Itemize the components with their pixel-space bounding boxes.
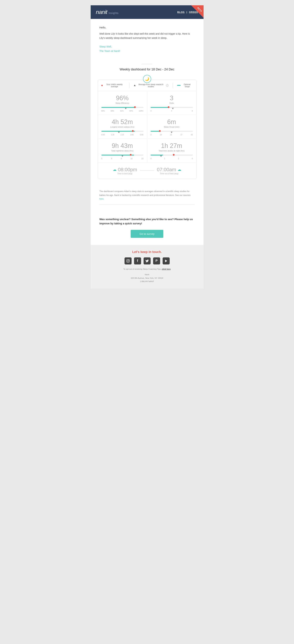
footer-address: Nanit 620 8th Avenue, New York, NY 10018…	[94, 273, 200, 283]
info-divider	[99, 204, 195, 205]
slider-container	[151, 131, 193, 132]
slider-scale-label: 4	[171, 110, 172, 112]
moon-icon: 🌙	[145, 77, 149, 81]
slider-container	[101, 155, 143, 156]
slider-dot-icon	[134, 106, 136, 108]
slider-labels: 010212743	[151, 134, 193, 136]
legend-weekly-label: Your child's weekly average	[104, 83, 125, 88]
metric-label: Longest stretch asleep (hrs)	[101, 126, 143, 128]
slider-track	[101, 131, 143, 132]
slider-scale-label: 94%	[129, 110, 133, 112]
slider-scale-label: 3:00	[130, 134, 133, 136]
slider-scale-label: 2:15	[121, 134, 124, 136]
slider-triangle-icon	[171, 132, 173, 133]
legend-dot-icon	[101, 85, 103, 86]
youtube-icon[interactable]	[163, 258, 170, 264]
survey-btn-wrapper: Go to survey	[99, 230, 195, 238]
slider-triangle-icon	[118, 132, 120, 133]
slider-scale-label: 91%	[120, 110, 124, 112]
order-link[interactable]: ORDER	[189, 11, 198, 14]
wake-icon: ☁	[177, 167, 181, 172]
svg-marker-3	[165, 260, 167, 262]
opt-out-link[interactable]: click here	[162, 268, 171, 270]
slider-triangle-icon	[172, 108, 174, 109]
footer: Let's keep in touch. f P To opt out of r…	[91, 245, 204, 289]
sign-off-line1: Sleep Well,	[99, 44, 195, 49]
legend-line-icon	[177, 85, 181, 86]
intro-text: Well done Lily! It looks like she slept …	[99, 32, 195, 40]
header-left: nanit Insights	[96, 9, 119, 15]
metric-cell: 96%Sleep Efficiency80%88%91%94%100%	[98, 91, 147, 115]
slider-scale-label: 4	[192, 158, 193, 160]
metric-cell: 9h 43mTotal nighttime sleep (hrs)5891013	[98, 139, 147, 162]
slider-scale-label: 8	[111, 158, 112, 160]
metric-label: Sleep Onset (min)	[151, 126, 193, 128]
svg-point-1	[127, 260, 129, 262]
twitter-icon[interactable]	[144, 258, 151, 264]
greeting: Hello,	[99, 26, 195, 29]
moon-circle: 🌙	[143, 75, 151, 83]
logo: nanit	[96, 9, 107, 15]
pinterest-icon[interactable]: P	[153, 258, 160, 264]
metric-cell: 3Visits049	[147, 91, 196, 115]
metric-value: 3	[151, 95, 193, 101]
slider-triangle-icon	[125, 108, 127, 109]
moon-wrapper: 🌙	[98, 75, 197, 83]
slider-triangle-icon	[160, 156, 162, 157]
wake-time: 07:00am	[157, 167, 176, 172]
metric-label: Sleep Efficiency	[101, 102, 143, 104]
slider-dot-icon	[173, 154, 175, 156]
info-text: The dashboard compares Adam's sleep stat…	[99, 190, 195, 201]
metric-label: Total time awake at night (hrs)	[151, 150, 193, 152]
wake-time-group: 07:00am ☁ Time out of bed (avg)	[157, 167, 182, 174]
legend-research: Average from sleep research studies ?	[134, 83, 168, 88]
bed-icon: ☁	[113, 167, 117, 172]
slider-labels: 049	[151, 110, 193, 112]
slider-scale-label: 43	[191, 134, 193, 136]
slider-scale-label: 1:25	[111, 134, 114, 136]
slider-scale-label: 10	[160, 134, 162, 136]
instagram-icon[interactable]	[124, 258, 132, 264]
metric-value: 6m	[151, 119, 193, 125]
slider-track	[151, 131, 193, 132]
slider-scale-label: 13	[141, 158, 143, 160]
slider-scale-label: 0	[151, 110, 152, 112]
slider-fill	[101, 107, 135, 108]
slider-track	[151, 155, 193, 156]
slider-container	[151, 107, 193, 108]
svg-point-2	[129, 260, 129, 260]
metric-value: 96%	[101, 95, 143, 101]
slider-dot-icon	[168, 106, 170, 108]
bed-time: 08:00pm	[118, 167, 137, 172]
info-text-content: The dashboard compares Adam's sleep stat…	[99, 190, 191, 196]
beta-label: BETA	[197, 7, 203, 12]
bed-label: Time to bed (avg)	[117, 172, 132, 174]
bed-line	[140, 170, 154, 171]
survey-section: Was something unclear? Something else yo…	[91, 214, 204, 245]
footer-cta: Let's keep in touch.	[94, 250, 200, 254]
bed-time-group: ☁ 08:00pm Time to bed (avg)	[113, 167, 137, 174]
legend-optimal: Optimal range	[177, 83, 193, 88]
social-icons: f P	[94, 258, 200, 264]
slider-fill	[101, 155, 134, 156]
facebook-icon[interactable]: f	[134, 258, 141, 264]
go-to-survey-button[interactable]: Go to survey	[131, 230, 163, 238]
address: 620 8th Avenue, New York, NY 10018	[94, 276, 200, 280]
slider-track	[101, 155, 143, 156]
slider-container	[151, 155, 193, 156]
question-mark-icon[interactable]: ?	[166, 84, 168, 87]
tagline: Insights	[109, 12, 118, 14]
legend-weekly: Your child's weekly average	[101, 83, 125, 88]
blog-link[interactable]: BLOG	[177, 11, 185, 14]
slider-scale-label: 88%	[111, 110, 114, 112]
slider-triangle-icon	[121, 156, 123, 157]
slider-scale-label: 9	[121, 158, 122, 160]
slider-container	[101, 131, 143, 132]
slider-track	[101, 107, 143, 108]
dashboard-title: Weekly dashboard for 18 Dec - 24 Dec	[98, 68, 197, 71]
slider-scale-label: 21	[170, 134, 172, 136]
sources-link[interactable]: here.	[99, 198, 104, 200]
sign-off-line2: The Team at Nanit!	[99, 49, 195, 53]
dashboard-section: Weekly dashboard for 18 Dec - 24 Dec 🌙 Y…	[91, 60, 204, 186]
slider-labels: 80%88%91%94%100%	[101, 110, 143, 112]
